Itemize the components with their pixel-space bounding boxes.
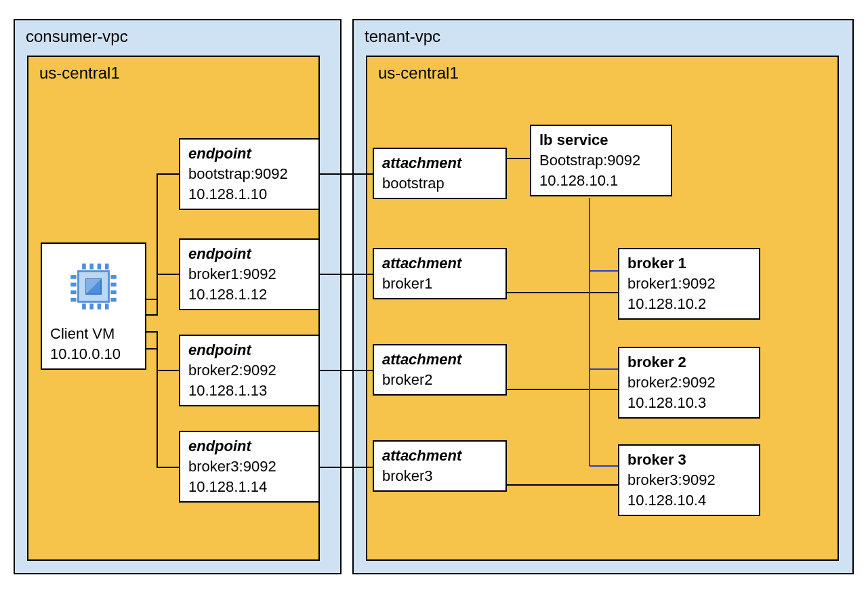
attachment-title: attachment [382, 351, 497, 368]
client-vm-ip: 10.10.0.10 [50, 345, 137, 363]
broker-addr: broker2:9092 [627, 374, 751, 391]
endpoint-broker3: endpoint broker3:9092 10.128.1.14 [179, 431, 320, 503]
endpoint-addr: bootstrap:9092 [188, 165, 310, 183]
endpoint-addr: broker1:9092 [188, 266, 310, 283]
attachment-name: broker2 [382, 371, 497, 389]
svg-rect-22 [110, 291, 116, 295]
broker-ip: 10.128.10.4 [627, 492, 751, 509]
endpoint-ip: 10.128.1.10 [188, 186, 310, 203]
broker-3-node: broker 3 broker3:9092 10.128.10.4 [618, 444, 760, 516]
broker-ip: 10.128.10.3 [627, 394, 751, 412]
svg-rect-17 [70, 282, 76, 287]
svg-rect-14 [98, 303, 102, 309]
svg-rect-16 [70, 275, 76, 279]
attachment-name: bootstrap [382, 175, 497, 192]
svg-rect-18 [70, 291, 76, 295]
endpoint-ip: 10.128.1.14 [188, 478, 310, 496]
tenant-vpc-label: tenant-vpc [365, 27, 842, 46]
attachment-title: attachment [382, 255, 497, 272]
attachment-name: broker3 [382, 467, 497, 485]
endpoint-title: endpoint [188, 245, 310, 263]
endpoint-title: endpoint [188, 438, 310, 455]
endpoint-bootstrap: endpoint bootstrap:9092 10.128.1.10 [179, 138, 320, 210]
attachment-broker2: attachment broker2 [373, 344, 507, 396]
broker-addr: broker1:9092 [627, 275, 751, 293]
svg-rect-10 [98, 263, 102, 269]
endpoint-title: endpoint [188, 341, 310, 359]
svg-rect-9 [89, 263, 94, 269]
broker-title: broker 1 [627, 255, 751, 272]
broker-2-node: broker 2 broker2:9092 10.128.10.3 [618, 347, 760, 419]
svg-rect-21 [110, 282, 116, 287]
lb-addr: Bootstrap:9092 [539, 152, 663, 169]
client-vm-node: Client VM 10.10.0.10 [41, 242, 146, 370]
consumer-vpc-label: consumer-vpc [26, 27, 329, 46]
attachment-broker1: attachment broker1 [373, 248, 507, 299]
endpoint-broker2: endpoint broker2:9092 10.128.1.13 [179, 335, 320, 406]
tenant-region-label: us-central1 [378, 64, 838, 83]
svg-rect-20 [110, 275, 116, 279]
broker-title: broker 2 [627, 354, 751, 371]
broker-1-node: broker 1 broker1:9092 10.128.10.2 [618, 248, 760, 320]
svg-rect-13 [89, 303, 94, 309]
endpoint-title: endpoint [188, 145, 310, 163]
attachment-title: attachment [382, 447, 497, 465]
svg-rect-15 [105, 303, 109, 309]
svg-rect-11 [105, 263, 109, 269]
endpoint-broker1: endpoint broker1:9092 10.128.1.12 [179, 238, 320, 310]
consumer-region-label: us-central1 [39, 64, 318, 83]
lb-title: lb service [539, 131, 663, 149]
lb-service-node: lb service Bootstrap:9092 10.128.10.1 [530, 125, 672, 196]
lb-ip: 10.128.10.1 [539, 172, 663, 190]
attachment-broker3: attachment broker3 [373, 440, 507, 492]
svg-rect-8 [82, 263, 86, 269]
svg-rect-19 [70, 298, 76, 302]
endpoint-ip: 10.128.1.13 [188, 382, 310, 400]
endpoint-addr: broker3:9092 [188, 458, 310, 475]
endpoint-addr: broker2:9092 [188, 362, 310, 379]
client-vm-title: Client VM [50, 325, 137, 343]
attachment-title: attachment [382, 154, 497, 172]
broker-ip: 10.128.10.2 [627, 295, 751, 313]
cpu-icon [63, 256, 124, 317]
svg-rect-23 [110, 298, 116, 302]
broker-addr: broker3:9092 [627, 471, 751, 489]
attachment-bootstrap: attachment bootstrap [373, 148, 507, 199]
broker-title: broker 3 [627, 451, 751, 469]
attachment-name: broker1 [382, 275, 497, 293]
svg-rect-12 [82, 303, 86, 309]
endpoint-ip: 10.128.1.12 [188, 286, 310, 303]
